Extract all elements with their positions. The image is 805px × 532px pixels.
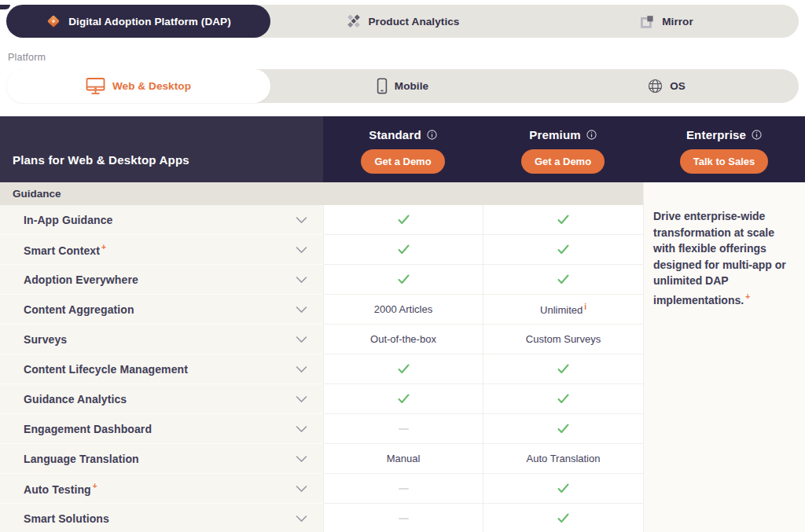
value-text: Manual xyxy=(387,453,421,464)
chevron-down-icon[interactable] xyxy=(296,246,307,253)
tab-label: Mirror xyxy=(662,16,693,28)
feature-cell[interactable]: Smart Solutions xyxy=(0,504,323,532)
feature-cell[interactable]: Engagement Dashboard xyxy=(0,414,323,444)
premium-value-cell xyxy=(483,235,643,265)
plan-column-enterprise: Enterprise Talk to Sales xyxy=(643,116,805,182)
premium-value-cell: Auto Translation xyxy=(483,444,643,474)
cropped-dark-fragment xyxy=(0,5,10,9)
chevron-down-icon[interactable] xyxy=(296,276,307,283)
feature-label: Adoption Everywhere xyxy=(24,273,138,286)
feature-label: Auto Testing+ xyxy=(24,482,97,496)
feature-label: Surveys xyxy=(24,333,67,346)
feature-cell[interactable]: Auto Testing+ xyxy=(0,474,323,504)
feature-cell[interactable]: Adoption Everywhere xyxy=(0,265,323,295)
chevron-down-icon[interactable] xyxy=(296,425,307,432)
plan-name: Premium xyxy=(529,128,581,141)
feature-label: Guidance Analytics xyxy=(24,393,127,405)
talk-to-sales-button[interactable]: Talk to Sales xyxy=(680,149,769,174)
tab-product-analytics[interactable]: Product Analytics xyxy=(270,5,535,38)
check-icon xyxy=(557,393,570,405)
chevron-down-icon[interactable] xyxy=(296,455,307,462)
table-row: Adoption Everywhere xyxy=(0,265,643,295)
feature-label: Content Aggregation xyxy=(24,303,134,316)
standard-value-cell xyxy=(323,265,483,295)
tab-mobile[interactable]: Mobile xyxy=(270,69,535,103)
table-row: In-App Guidance xyxy=(0,205,643,235)
plans-title-cell: Plans for Web & Desktop Apps xyxy=(0,116,323,182)
dap-diamond-icon xyxy=(46,13,61,29)
premium-value-cell: Unlimitedi xyxy=(483,295,643,325)
chevron-down-icon[interactable] xyxy=(296,485,307,492)
feature-cell[interactable]: Content Lifecycle Management xyxy=(0,354,323,384)
info-icon[interactable] xyxy=(586,130,597,140)
chevron-down-icon[interactable] xyxy=(296,336,307,343)
feature-label: Smart Solutions xyxy=(24,512,109,525)
chevron-down-icon[interactable] xyxy=(296,395,307,402)
standard-value-cell: Out-of-the-box xyxy=(323,325,483,354)
check-icon xyxy=(557,214,570,226)
feature-cell[interactable]: Content Aggregation xyxy=(0,295,323,325)
section-header-guidance: Guidance xyxy=(0,182,643,205)
value-text: Out-of-the-box xyxy=(370,333,436,345)
standard-value-cell xyxy=(323,235,483,265)
info-icon[interactable] xyxy=(427,130,437,140)
product-tab-bar: Digital Adoption Platform (DAP) Product … xyxy=(6,5,799,38)
value-text: 2000 Articles xyxy=(374,303,432,315)
feature-superscript: + xyxy=(101,243,106,251)
plan-name: Enterprise xyxy=(686,128,746,141)
feature-cell[interactable]: In-App Guidance xyxy=(0,205,323,235)
get-a-demo-button[interactable]: Get a Demo xyxy=(521,149,605,174)
check-icon xyxy=(397,393,410,405)
get-a-demo-button[interactable]: Get a Demo xyxy=(361,149,444,174)
tab-mirror[interactable]: Mirror xyxy=(535,5,799,38)
chevron-down-icon[interactable] xyxy=(296,306,307,313)
desktop-monitor-icon xyxy=(86,77,105,95)
plan-column-standard: Standard Get a Demo xyxy=(323,116,483,182)
dash-icon xyxy=(399,488,409,490)
value-text: Unlimitedi xyxy=(540,303,586,316)
value-text: Custom Surveys xyxy=(526,333,601,345)
tab-label: OS xyxy=(670,80,686,92)
tab-web-desktop[interactable]: Web & Desktop xyxy=(6,69,270,103)
mobile-phone-icon xyxy=(377,78,388,94)
feature-superscript: + xyxy=(93,482,97,490)
enterprise-note-cell: Drive enterprise-wide transformation at … xyxy=(643,182,805,532)
dash-icon xyxy=(399,428,409,430)
table-row: Engagement Dashboard xyxy=(0,414,643,444)
premium-value-cell xyxy=(483,354,643,384)
plan-name: Standard xyxy=(369,128,421,141)
feature-label: Engagement Dashboard xyxy=(24,423,152,435)
tab-digital-adoption-platform[interactable]: Digital Adoption Platform (DAP) xyxy=(6,5,270,38)
check-icon xyxy=(397,273,410,285)
feature-cell[interactable]: Language Translation xyxy=(0,444,323,474)
feature-rows: In-App GuidanceSmart Context+Adoption Ev… xyxy=(0,205,643,532)
check-icon xyxy=(557,273,570,285)
tab-os[interactable]: OS xyxy=(535,69,799,103)
table-row: Language TranslationManualAuto Translati… xyxy=(0,444,643,474)
table-row: Smart Solutions xyxy=(0,504,643,532)
feature-cell[interactable]: Surveys xyxy=(0,325,323,354)
premium-value-cell xyxy=(483,474,643,504)
premium-value-cell xyxy=(483,504,643,532)
chevron-down-icon[interactable] xyxy=(296,216,307,223)
table-row: Content Aggregation2000 ArticlesUnlimite… xyxy=(0,295,643,325)
check-icon xyxy=(397,244,410,255)
chevron-down-icon[interactable] xyxy=(296,365,307,372)
tab-label: Mobile xyxy=(395,80,428,92)
dash-icon xyxy=(399,518,409,519)
table-row: Content Lifecycle Management xyxy=(0,354,643,384)
table-row: Smart Context+ xyxy=(0,235,643,265)
feature-cell[interactable]: Smart Context+ xyxy=(0,235,323,265)
feature-label: Language Translation xyxy=(24,453,139,465)
tab-label: Web & Desktop xyxy=(112,80,191,92)
check-icon xyxy=(557,244,570,255)
check-icon xyxy=(397,214,410,226)
feature-label: In-App Guidance xyxy=(24,214,113,226)
premium-value-cell: Custom Surveys xyxy=(483,325,643,354)
feature-cell[interactable]: Guidance Analytics xyxy=(0,384,323,414)
note-superscript: + xyxy=(745,292,750,301)
mirror-squares-icon xyxy=(640,14,655,29)
chevron-down-icon[interactable] xyxy=(296,515,307,522)
standard-value-cell xyxy=(323,474,483,504)
info-icon[interactable] xyxy=(752,130,762,140)
